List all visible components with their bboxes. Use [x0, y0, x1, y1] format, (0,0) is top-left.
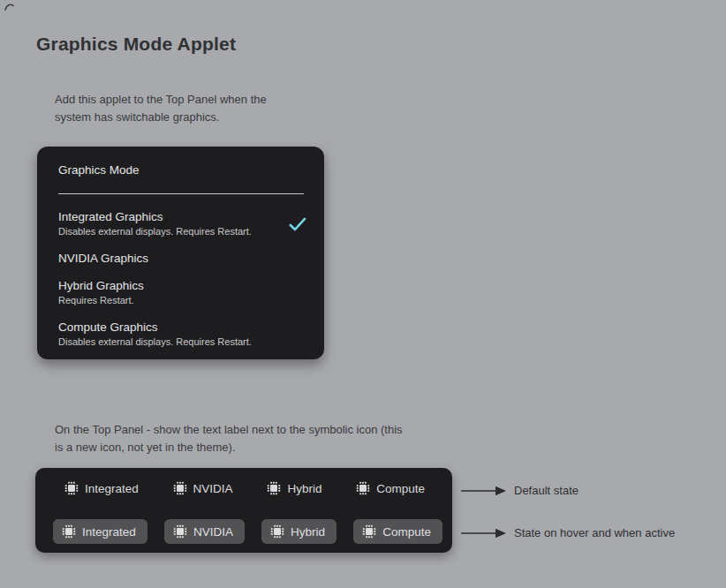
menu-item-text: NVIDIA Graphics	[58, 252, 148, 265]
arrow-right-icon	[460, 527, 506, 539]
gpu-chip-icon	[62, 524, 76, 539]
gpu-chip-icon	[270, 524, 284, 539]
applet-mode-nvidia-hover[interactable]: NVIDIA	[164, 519, 245, 544]
applet-mode-compute-hover[interactable]: Compute	[353, 519, 442, 544]
menu-item-compute-graphics[interactable]: Compute Graphics Disables external displ…	[58, 320, 306, 348]
applet-mode-label: Hybrid	[291, 525, 325, 539]
menu-item-text: Hybrid Graphics Requires Restart.	[58, 279, 144, 306]
menu-item-subtitle: Requires Restart.	[58, 295, 144, 306]
arrow-right-icon	[460, 485, 506, 497]
applet-mode-integrated[interactable]: Integrated	[64, 481, 139, 495]
note-line: Add this applet to the Top Panel when th…	[55, 91, 267, 109]
menu-item-subtitle: Disables external displays. Requires Res…	[58, 226, 252, 237]
menu-item-nvidia-graphics[interactable]: NVIDIA Graphics	[58, 252, 306, 265]
applet-mode-label: NVIDIA	[193, 525, 233, 539]
menu-item-title: Integrated Graphics	[58, 210, 252, 223]
menu-item-subtitle: Disables external displays. Requires Res…	[58, 336, 252, 348]
gpu-chip-icon	[173, 481, 187, 495]
applet-row-hover-active: Integrated NVIDIA Hybrid	[35, 519, 452, 544]
menu-item-text: Compute Graphics Disables external displ…	[58, 320, 252, 348]
applet-row-default: Integrated NVIDIA Hybrid	[35, 481, 452, 495]
menu-item-text: Integrated Graphics Disables external di…	[58, 210, 252, 237]
applet-mode-integrated-hover[interactable]: Integrated	[53, 519, 147, 544]
graphics-mode-menu: Graphics Mode Integrated Graphics Disabl…	[37, 147, 324, 359]
note-line: On the Top Panel - show the text label n…	[55, 421, 403, 439]
note-text: On the Top Panel - show the text label n…	[55, 421, 403, 456]
note-text: Add this applet to the Top Panel when th…	[55, 91, 267, 126]
annotation-label: State on hover and when active	[514, 526, 675, 539]
menu-item-hybrid-graphics[interactable]: Hybrid Graphics Requires Restart.	[58, 279, 306, 306]
applet-mode-compute[interactable]: Compute	[356, 481, 425, 495]
applet-mode-label: Compute	[382, 525, 431, 539]
menu-item-title: Compute Graphics	[58, 320, 252, 334]
gpu-chip-icon	[362, 524, 376, 539]
check-icon	[289, 216, 306, 232]
page-title: Graphics Mode Applet	[36, 34, 236, 55]
annotation-default-state: Default state	[460, 484, 579, 497]
menu-item-title: NVIDIA Graphics	[58, 252, 148, 265]
top-panel-mockup: Integrated NVIDIA Hybrid	[35, 468, 452, 553]
menu-item-title: Hybrid Graphics	[58, 279, 144, 292]
annotation-label: Default state	[514, 484, 579, 497]
note-top-panel-label: On the Top Panel - show the text label n…	[42, 421, 403, 456]
stray-pen-mark-icon	[4, 2, 16, 12]
note-line: system has switchable graphics.	[55, 109, 267, 126]
gpu-chip-icon	[356, 481, 370, 495]
applet-mode-label: Compute	[376, 482, 425, 495]
annotation-hover-state: State on hover and when active	[460, 526, 675, 539]
gpu-chip-icon	[267, 481, 281, 495]
gpu-chip-icon	[173, 524, 187, 539]
applet-mode-label: Hybrid	[287, 482, 321, 495]
menu-title: Graphics Mode	[58, 163, 306, 177]
applet-mode-hybrid-hover[interactable]: Hybrid	[261, 519, 337, 544]
note-add-applet: Add this applet to the Top Panel when th…	[42, 91, 267, 126]
applet-mode-hybrid[interactable]: Hybrid	[267, 481, 321, 495]
menu-separator	[58, 193, 304, 194]
applet-mode-nvidia[interactable]: NVIDIA	[173, 481, 233, 495]
menu-item-integrated-graphics[interactable]: Integrated Graphics Disables external di…	[58, 210, 306, 237]
applet-mode-label: NVIDIA	[193, 482, 233, 495]
gpu-chip-icon	[64, 481, 79, 495]
applet-mode-label: Integrated	[85, 482, 139, 495]
applet-mode-label: Integrated	[82, 525, 136, 539]
note-line: is a new icon, not yet in the theme).	[55, 439, 403, 456]
